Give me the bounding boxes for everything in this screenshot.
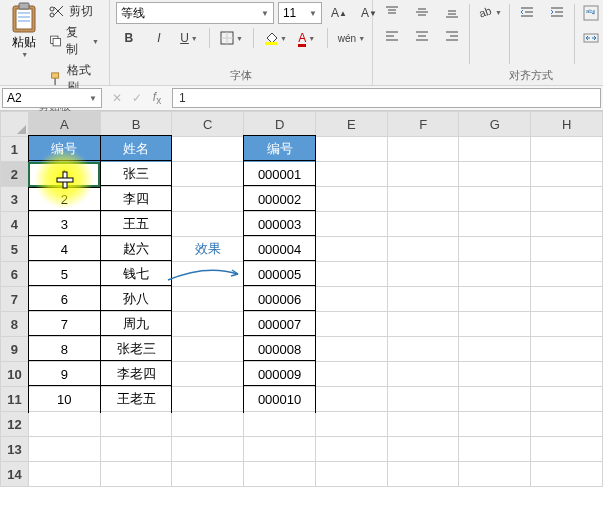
col-header-C[interactable]: C bbox=[172, 112, 244, 137]
cell[interactable]: 赵六 bbox=[100, 237, 172, 262]
cell[interactable]: 5 bbox=[28, 262, 100, 287]
copy-button[interactable]: 复制 ▼ bbox=[45, 23, 103, 59]
cell[interactable]: 周九 bbox=[100, 312, 172, 337]
cell[interactable]: 张三 bbox=[100, 162, 172, 187]
cell[interactable] bbox=[316, 287, 388, 312]
underline-button[interactable]: U▼ bbox=[176, 28, 202, 48]
cell[interactable]: 效果 bbox=[172, 237, 244, 262]
cell[interactable] bbox=[531, 137, 603, 162]
cell[interactable] bbox=[172, 387, 244, 412]
cell[interactable]: 编号 bbox=[244, 137, 316, 162]
row-header[interactable]: 1 bbox=[1, 137, 29, 162]
cell[interactable] bbox=[459, 412, 531, 437]
cell[interactable]: 000005 bbox=[244, 262, 316, 287]
cell[interactable] bbox=[531, 362, 603, 387]
cell[interactable] bbox=[531, 337, 603, 362]
cell[interactable] bbox=[387, 287, 459, 312]
cell[interactable] bbox=[387, 187, 459, 212]
cut-button[interactable]: 剪切 bbox=[45, 2, 103, 21]
border-button[interactable]: ▼ bbox=[217, 28, 246, 48]
cell[interactable] bbox=[316, 412, 388, 437]
col-header-F[interactable]: F bbox=[387, 112, 459, 137]
cell[interactable]: 000008 bbox=[244, 337, 316, 362]
cell[interactable] bbox=[459, 162, 531, 187]
cell[interactable] bbox=[172, 137, 244, 162]
font-size-combo[interactable]: 11 ▼ bbox=[278, 2, 322, 24]
cell[interactable] bbox=[28, 437, 100, 462]
cell[interactable] bbox=[387, 362, 459, 387]
increase-font-button[interactable]: A▲ bbox=[326, 3, 352, 23]
cell[interactable] bbox=[172, 337, 244, 362]
cell[interactable] bbox=[387, 437, 459, 462]
cell[interactable]: 姓名 bbox=[100, 137, 172, 162]
row-header[interactable]: 14 bbox=[1, 462, 29, 487]
cell[interactable] bbox=[387, 237, 459, 262]
row-header[interactable]: 10 bbox=[1, 362, 29, 387]
cell[interactable] bbox=[459, 337, 531, 362]
cell[interactable] bbox=[531, 462, 603, 487]
cell[interactable] bbox=[316, 387, 388, 412]
cell[interactable] bbox=[531, 162, 603, 187]
col-header-D[interactable]: D bbox=[244, 112, 316, 137]
cell[interactable]: 李老四 bbox=[100, 362, 172, 387]
cell[interactable]: 000006 bbox=[244, 287, 316, 312]
cell[interactable]: 钱七 bbox=[100, 262, 172, 287]
orientation-button[interactable]: ab ▼ bbox=[474, 2, 505, 22]
cell[interactable] bbox=[531, 187, 603, 212]
col-header-H[interactable]: H bbox=[531, 112, 603, 137]
cell[interactable] bbox=[172, 262, 244, 287]
cell[interactable] bbox=[172, 187, 244, 212]
cell[interactable] bbox=[316, 362, 388, 387]
cell[interactable] bbox=[387, 312, 459, 337]
row-header[interactable]: 2 bbox=[1, 162, 29, 187]
cell[interactable] bbox=[459, 137, 531, 162]
cell[interactable]: 000003 bbox=[244, 212, 316, 237]
cell[interactable] bbox=[531, 237, 603, 262]
cell[interactable] bbox=[531, 212, 603, 237]
align-bottom-button[interactable] bbox=[439, 2, 465, 22]
select-all-corner[interactable] bbox=[1, 112, 29, 137]
worksheet-grid[interactable]: A B C D E F G H 1编号姓名编号21张三00000132李四000… bbox=[0, 111, 603, 521]
cell[interactable] bbox=[172, 312, 244, 337]
cell[interactable]: 7 bbox=[28, 312, 100, 337]
cell[interactable] bbox=[459, 287, 531, 312]
row-header[interactable]: 5 bbox=[1, 237, 29, 262]
cell[interactable] bbox=[387, 387, 459, 412]
paste-button[interactable]: 粘贴 ▼ bbox=[6, 2, 41, 58]
cell[interactable]: 王老五 bbox=[100, 387, 172, 412]
cell[interactable] bbox=[387, 212, 459, 237]
formula-input[interactable]: 1 bbox=[172, 88, 601, 108]
merge-center-button[interactable]: 合并后居中 ▼ bbox=[579, 27, 603, 48]
cell[interactable] bbox=[172, 362, 244, 387]
cell[interactable]: 李四 bbox=[100, 187, 172, 212]
cell[interactable]: 000002 bbox=[244, 187, 316, 212]
cell[interactable] bbox=[459, 187, 531, 212]
cell[interactable] bbox=[387, 262, 459, 287]
cell[interactable] bbox=[316, 437, 388, 462]
cell[interactable] bbox=[459, 262, 531, 287]
cell[interactable] bbox=[172, 287, 244, 312]
wrap-text-button[interactable]: ab 自动换行 bbox=[579, 2, 603, 23]
cell[interactable] bbox=[531, 387, 603, 412]
cell[interactable] bbox=[316, 337, 388, 362]
cell[interactable]: 8 bbox=[28, 337, 100, 362]
cell[interactable] bbox=[172, 462, 244, 487]
cell[interactable]: 000007 bbox=[244, 312, 316, 337]
row-header[interactable]: 11 bbox=[1, 387, 29, 412]
cell[interactable]: 000009 bbox=[244, 362, 316, 387]
row-header[interactable]: 12 bbox=[1, 412, 29, 437]
italic-button[interactable]: I bbox=[146, 28, 172, 48]
fill-color-button[interactable]: ▼ bbox=[261, 28, 290, 48]
decrease-indent-button[interactable] bbox=[514, 2, 540, 22]
cell[interactable] bbox=[387, 137, 459, 162]
align-top-button[interactable] bbox=[379, 2, 405, 22]
cell[interactable] bbox=[172, 162, 244, 187]
cell[interactable] bbox=[531, 287, 603, 312]
col-header-B[interactable]: B bbox=[100, 112, 172, 137]
row-header[interactable]: 7 bbox=[1, 287, 29, 312]
cell[interactable]: 9 bbox=[28, 362, 100, 387]
cell[interactable] bbox=[459, 437, 531, 462]
cell[interactable] bbox=[459, 362, 531, 387]
cell[interactable] bbox=[316, 212, 388, 237]
cell[interactable]: 000010 bbox=[244, 387, 316, 412]
